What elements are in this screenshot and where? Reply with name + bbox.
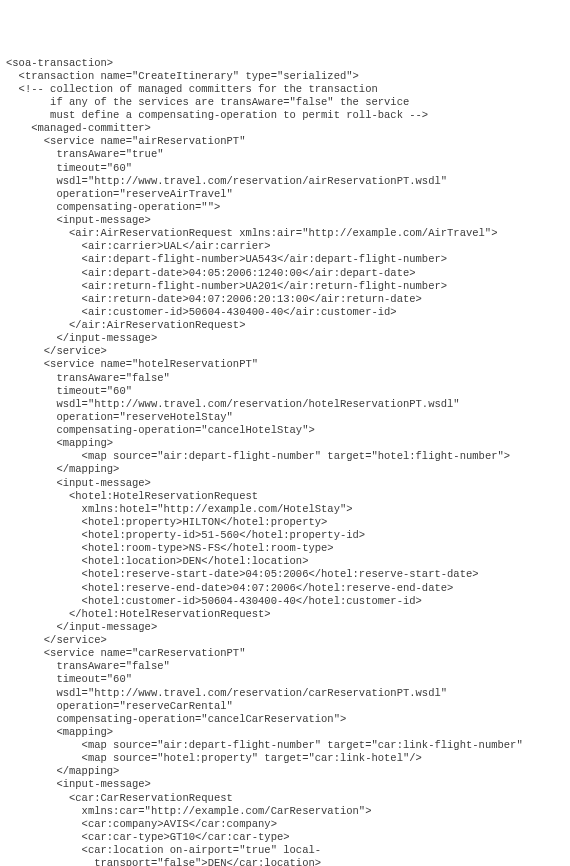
code-line: compensating-operation="cancelHotelStay"… [6,424,564,437]
code-line: xmlns:hotel="http://example.com/HotelSta… [6,503,564,516]
code-line: </input-message> [6,332,564,345]
code-line: wsdl="http://www.travel.com/reservation/… [6,175,564,188]
code-line: </service> [6,345,564,358]
code-line: wsdl="http://www.travel.com/reservation/… [6,687,564,700]
code-line: </input-message> [6,621,564,634]
code-line: timeout="60" [6,385,564,398]
code-line: timeout="60" [6,162,564,175]
code-line: compensating-operation="cancelCarReserva… [6,713,564,726]
code-line: <transaction name="CreateItinerary" type… [6,70,564,83]
code-line: </air:AirReservationRequest> [6,319,564,332]
code-line: </mapping> [6,765,564,778]
code-line: <car:location on-airport="true" local- [6,844,564,857]
code-line: operation="reserveHotelStay" [6,411,564,424]
code-line: <hotel:property>HILTON</hotel:property> [6,516,564,529]
code-line: </mapping> [6,463,564,476]
code-line: <air:depart-flight-number>UA543</air:dep… [6,253,564,266]
code-line: wsdl="http://www.travel.com/reservation/… [6,398,564,411]
code-line: <input-message> [6,477,564,490]
code-line: <air:depart-date>04:05:2006:1240:00</air… [6,267,564,280]
code-line: transAware="false" [6,372,564,385]
code-line: <hotel:location>DEN</hotel:location> [6,555,564,568]
code-line: operation="reserveCarRental" [6,700,564,713]
xml-code-block: <soa-transaction><transaction name="Crea… [6,57,564,867]
code-line: transAware="false" [6,660,564,673]
code-line: <air:customer-id>50604-430400-40</air:cu… [6,306,564,319]
code-line: <hotel:reserve-end-date>04:07:2006</hote… [6,582,564,595]
code-line: <hotel:reserve-start-date>04:05:2006</ho… [6,568,564,581]
code-line: <!-- collection of managed committers fo… [6,83,564,96]
code-line: <hotel:customer-id>50604-430400-40</hote… [6,595,564,608]
code-line: <managed-committer> [6,122,564,135]
code-line: <air:return-date>04:07:2006:20:13:00</ai… [6,293,564,306]
code-line: <map source="hotel:property" target="car… [6,752,564,765]
code-line: <mapping> [6,437,564,450]
code-line: <car:CarReservationRequest [6,792,564,805]
code-line: <hotel:property-id>51-560</hotel:propert… [6,529,564,542]
code-line: </service> [6,634,564,647]
code-line: <service name="airReservationPT" [6,135,564,148]
code-line: must define a compensating-operation to … [6,109,564,122]
code-line: if any of the services are transAware="f… [6,96,564,109]
code-line: <input-message> [6,214,564,227]
code-line: <input-message> [6,778,564,791]
code-line: <air:return-flight-number>UA201</air:ret… [6,280,564,293]
code-line: <service name="hotelReservationPT" [6,358,564,371]
code-line: transAware="true" [6,148,564,161]
code-line: <hotel:HotelReservationRequest [6,490,564,503]
code-line: <mapping> [6,726,564,739]
code-line: <service name="carReservationPT" [6,647,564,660]
code-line: </hotel:HotelReservationRequest> [6,608,564,621]
code-line: operation="reserveAirTravel" [6,188,564,201]
code-line: <car:car-type>GT10</car:car-type> [6,831,564,844]
code-line: <soa-transaction> [6,57,564,70]
code-line: <air:AirReservationRequest xmlns:air="ht… [6,227,564,240]
code-line: <air:carrier>UAL</air:carrier> [6,240,564,253]
code-line: <car:company>AVIS</car:company> [6,818,564,831]
code-line: <hotel:room-type>NS-FS</hotel:room-type> [6,542,564,555]
code-line: xmlns:car="http://example.com/CarReserva… [6,805,564,818]
code-line: compensating-operation=""> [6,201,564,214]
code-line: <map source="air:depart-flight-number" t… [6,739,564,752]
code-line: timeout="60" [6,673,564,686]
code-line: transport="false">DEN</car:location> [6,857,564,866]
code-line: <map source="air:depart-flight-number" t… [6,450,564,463]
